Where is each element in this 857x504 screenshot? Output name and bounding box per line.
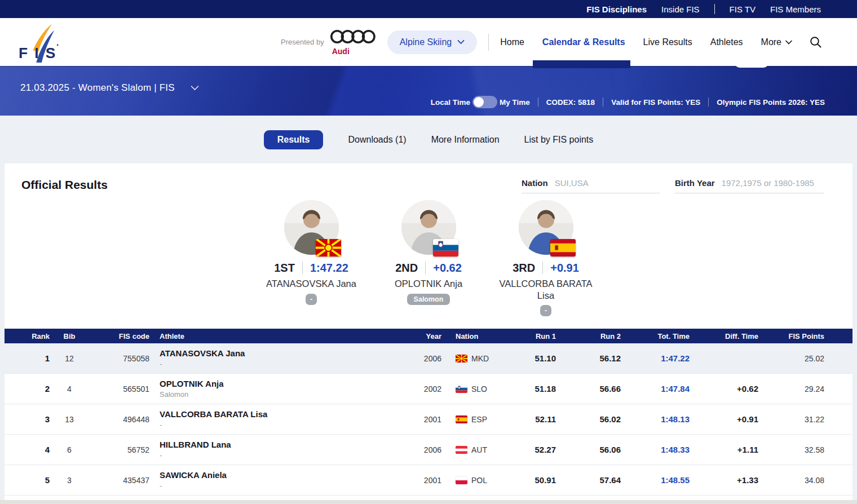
table-row[interactable]: 53435437SAWICKA Aniela-2001POL50.9157.64… [5, 465, 852, 496]
topbar-item-inside-fis[interactable]: Inside FIS [661, 5, 700, 14]
main-header: F I S Presented by Audi Alpine Skiing [0, 18, 857, 66]
event-title: 21.03.2025 - Women's Slalom | FIS [20, 82, 175, 94]
athlete-photo[interactable] [284, 200, 339, 255]
sport-selector[interactable]: Alpine Skiing [387, 30, 478, 54]
nav-item-label: Calendar & Results [542, 37, 625, 47]
athlete-brand: - [160, 360, 402, 368]
active-nav-indicator [533, 60, 630, 68]
athlete-name: HILLBRAND Lana [160, 440, 402, 449]
nav-item-live-results[interactable]: Live Results [643, 37, 692, 47]
topbar-item-fis-disciplines[interactable]: FIS Disciplines [586, 5, 647, 14]
nav-item-calendar-results[interactable]: Calendar & Results [542, 37, 625, 47]
podium-athlete-name[interactable]: OPLOTNIK Anja [395, 278, 462, 290]
table-row[interactable]: 24565501OPLOTNIK AnjaSalomon2002SLO51.18… [5, 374, 852, 404]
meta-divider [708, 98, 709, 107]
table-row[interactable]: 112755058ATANASOVSKA Jana-2006MKD51.1056… [5, 343, 852, 374]
svg-text:I: I [34, 45, 38, 61]
horizontal-scrollbar[interactable] [0, 500, 857, 504]
flag-icon-mkd [456, 355, 467, 362]
nav-item-label: More [761, 37, 781, 47]
cell-nation: SLO [441, 384, 512, 394]
cell-total-time: 1:47.84 [621, 384, 690, 394]
nav-item-home[interactable]: Home [500, 37, 524, 47]
cell-nation: AUT [441, 445, 512, 454]
topbar-divider [714, 4, 715, 14]
cell-rank: 4 [5, 445, 50, 454]
cell-fis-points: 25.02 [758, 354, 824, 363]
tab-downloads-1[interactable]: Downloads (1) [348, 135, 406, 145]
fis-logo[interactable]: F I S [17, 22, 65, 63]
cell-run2: 56.12 [556, 353, 621, 363]
result-filters: Nation Birth Year [522, 178, 824, 193]
cell-total-time: 1:48.13 [621, 414, 690, 424]
event-banner: 21.03.2025 - Women's Slalom | FIS Local … [0, 66, 857, 116]
cell-run1: 51.18 [512, 384, 556, 394]
header-decoration [735, 61, 768, 68]
table-row[interactable]: 313496448VALLCORBA BARATA Lisa-2001ESP52… [5, 404, 852, 435]
event-selector[interactable]: 21.03.2025 - Women's Slalom | FIS [20, 82, 199, 94]
topbar-item-fis-tv[interactable]: FIS TV [730, 5, 756, 14]
cell-athlete: SAWICKA Aniela- [149, 470, 402, 490]
sponsor-block: Presented by Audi [281, 29, 376, 55]
cell-year: 2001 [402, 476, 441, 485]
podium-card: 2ND+0.62OPLOTNIK AnjaSalomon [372, 200, 485, 316]
athlete-name: OPLOTNIK Anja [160, 379, 402, 388]
podium-separator [302, 262, 303, 274]
flag-icon-pol [456, 476, 467, 484]
flag-icon-slo [456, 385, 467, 393]
table-header-row: RankBibFIS codeAthleteYearNationRun 1Run… [5, 329, 852, 343]
athlete-photo[interactable] [401, 200, 456, 255]
podium-place-line: 1ST1:47.22 [274, 260, 348, 275]
nation-filter-label: Nation [522, 178, 548, 188]
table-row[interactable]: 4656752HILLBRAND Lana-2006AUT52.2756.061… [5, 435, 852, 465]
column-header-fis-points: FIS Points [758, 332, 824, 341]
tab-more-information[interactable]: More Information [431, 135, 500, 145]
column-header-rank: Rank [5, 332, 50, 341]
podium-card: 3RD+0.91VALLCORBA BARATA Lisa- [489, 200, 603, 316]
nav-item-more[interactable]: More [761, 37, 792, 47]
cell-diff-time: +1.11 [690, 445, 758, 454]
cell-fis-points: 34.08 [758, 476, 824, 485]
results-table: RankBibFIS codeAthleteYearNationRun 1Run… [5, 329, 852, 496]
cell-fis-code: 56752 [89, 445, 149, 454]
tab-results[interactable]: Results [264, 130, 324, 149]
cell-run2: 57.64 [556, 475, 621, 485]
flag-icon-slo [433, 239, 458, 257]
main-nav: HomeCalendar & ResultsLive ResultsAthlet… [500, 37, 792, 47]
results-tabs: ResultsDownloads (1)More InformationList… [0, 116, 857, 163]
meta-divider [603, 98, 603, 107]
cell-diff-time: +0.91 [690, 414, 758, 424]
cell-athlete: VALLCORBA BARATA Lisa- [149, 409, 402, 429]
column-header-run-2: Run 2 [556, 332, 621, 341]
birth-year-filter-input[interactable] [722, 178, 826, 188]
chevron-down-icon [191, 85, 199, 91]
brand-badge: Salomon [407, 294, 450, 305]
cell-diff-time: +0.62 [690, 384, 758, 394]
cell-run1: 52.27 [512, 445, 556, 454]
olympic-points-label: Olympic FIS Points 2026: YES [717, 98, 825, 107]
search-button[interactable] [809, 36, 822, 48]
cell-bib: 3 [50, 476, 89, 485]
athlete-photo[interactable] [519, 200, 573, 255]
topbar-item-fis-members[interactable]: FIS Members [770, 5, 821, 14]
time-toggle[interactable] [472, 96, 497, 108]
column-header-year: Year [402, 332, 441, 341]
podium: 1ST1:47.22ATANASOVSKA Jana-2ND+0.62OPLOT… [5, 200, 852, 316]
svg-text:S: S [46, 45, 56, 61]
nav-item-athletes[interactable]: Athletes [710, 37, 743, 47]
podium-athlete-name[interactable]: VALLCORBA BARATA Lisa [492, 278, 599, 301]
tab-list-by-fis-points[interactable]: List by FIS points [524, 135, 594, 145]
podium-time: 1:47.22 [310, 262, 348, 275]
cell-fis-code: 565501 [89, 384, 149, 394]
athlete-brand: Salomon [160, 390, 402, 399]
audi-rings-icon [330, 29, 376, 47]
podium-athlete-name[interactable]: ATANASOVSKA Jana [266, 278, 356, 290]
nation-filter-input[interactable] [555, 178, 639, 188]
cell-nation: POL [441, 476, 512, 485]
cell-nation: MKD [441, 354, 512, 363]
athlete-brand: - [160, 481, 402, 490]
birth-year-filter-label: Birth Year [675, 178, 715, 188]
podium-card: 1ST1:47.22ATANASOVSKA Jana- [254, 200, 368, 316]
search-icon [809, 36, 822, 48]
podium-rank: 1ST [274, 262, 295, 275]
